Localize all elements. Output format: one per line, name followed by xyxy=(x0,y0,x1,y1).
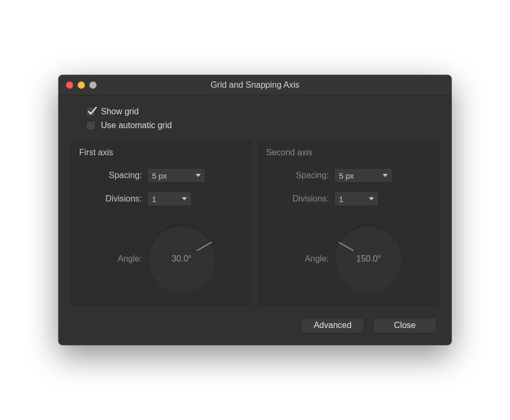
second-angle-label: Angle: xyxy=(266,254,329,264)
first-angle-indicator xyxy=(197,242,212,251)
second-angle-dial[interactable]: 150.0° xyxy=(334,224,403,293)
checkmark-icon xyxy=(87,106,98,116)
first-spacing-label: Spacing: xyxy=(79,171,142,180)
first-divisions-value: 1 xyxy=(152,195,156,204)
first-spacing-value: 5 px xyxy=(152,171,167,180)
traffic-lights xyxy=(58,81,97,89)
first-angle-dial[interactable]: 30.0° xyxy=(147,224,216,293)
first-axis-panel: First axis Spacing: 5 px Divisions: 1 xyxy=(71,141,252,306)
show-grid-checkbox[interactable] xyxy=(86,107,96,116)
close-button[interactable]: Close xyxy=(373,317,437,333)
auto-grid-label: Use automatic grid xyxy=(101,121,172,130)
second-axis-title: Second axis xyxy=(266,148,431,157)
chevron-down-icon xyxy=(369,197,374,200)
window-title: Grid and Snapping Axis xyxy=(58,80,452,90)
content-area: Show grid Use automatic grid First axis … xyxy=(58,95,452,345)
close-window-button[interactable] xyxy=(66,81,73,89)
first-spacing-row: Spacing: 5 px xyxy=(79,168,244,183)
first-angle-value: 30.0° xyxy=(172,254,192,264)
zoom-window-button[interactable] xyxy=(89,81,97,89)
first-axis-title: First axis xyxy=(79,148,244,157)
second-divisions-row: Divisions: 1 xyxy=(266,191,431,206)
minimize-window-button[interactable] xyxy=(78,81,85,89)
auto-grid-checkbox[interactable] xyxy=(86,121,96,130)
chevron-down-icon xyxy=(182,197,187,200)
titlebar: Grid and Snapping Axis xyxy=(58,75,452,95)
first-angle-row: Angle: 30.0° xyxy=(79,224,244,293)
second-divisions-dropdown[interactable]: 1 xyxy=(334,191,379,206)
advanced-button[interactable]: Advanced xyxy=(301,317,364,333)
second-spacing-row: Spacing: 5 px xyxy=(266,168,431,183)
second-angle-indicator xyxy=(338,242,354,251)
axes-panels: First axis Spacing: 5 px Divisions: 1 xyxy=(71,141,439,306)
chevron-down-icon xyxy=(382,174,388,177)
first-spacing-dropdown[interactable]: 5 px xyxy=(147,168,206,183)
button-row: Advanced Close xyxy=(71,317,439,333)
first-angle-label: Angle: xyxy=(79,254,142,264)
first-divisions-dropdown[interactable]: 1 xyxy=(147,191,192,206)
auto-grid-row: Use automatic grid xyxy=(71,119,439,132)
chevron-down-icon xyxy=(196,174,201,177)
first-divisions-label: Divisions: xyxy=(79,194,142,204)
second-divisions-value: 1 xyxy=(339,195,343,204)
second-angle-value: 150.0° xyxy=(356,254,381,264)
window: Grid and Snapping Axis Show grid Use aut… xyxy=(58,75,452,345)
second-angle-row: Angle: 150.0° xyxy=(266,224,431,293)
second-spacing-value: 5 px xyxy=(339,171,354,180)
second-divisions-label: Divisions: xyxy=(266,194,329,204)
show-grid-row: Show grid xyxy=(71,105,439,119)
show-grid-label: Show grid xyxy=(101,107,139,116)
second-spacing-dropdown[interactable]: 5 px xyxy=(334,168,393,183)
first-divisions-row: Divisions: 1 xyxy=(79,191,244,206)
second-spacing-label: Spacing: xyxy=(266,171,329,180)
second-axis-panel: Second axis Spacing: 5 px Divisions: 1 xyxy=(258,141,439,306)
